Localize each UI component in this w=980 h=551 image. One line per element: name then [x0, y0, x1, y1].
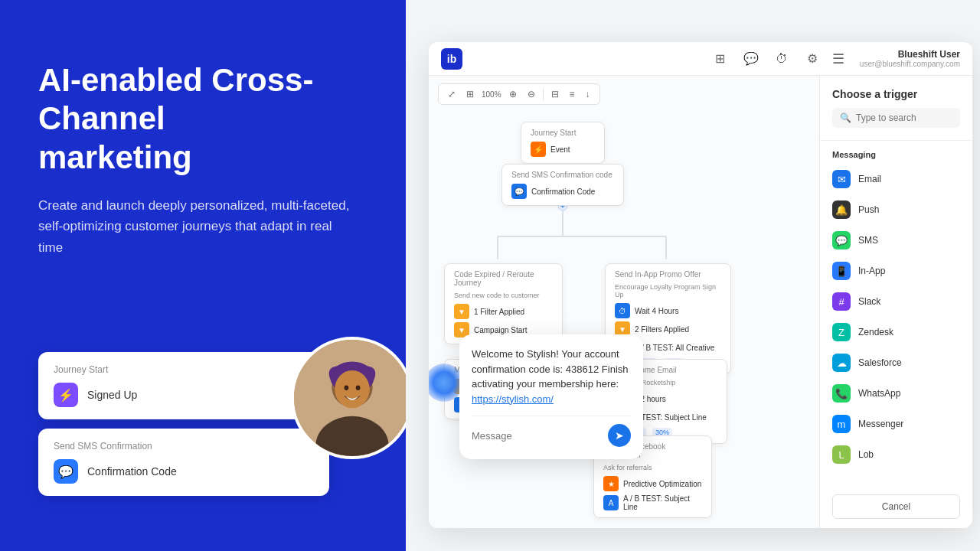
trigger-item-messenger[interactable]: m Messenger — [820, 409, 972, 439]
node-code-expired[interactable]: Code Expired / Reroute Journey Send new … — [444, 263, 563, 344]
zendesk-trigger-icon: Z — [832, 323, 851, 341]
top-nav: ib ⊞ 💬 ⏱ ⚙ ☰ Blueshift User user@blueshi… — [429, 42, 972, 76]
chat-message: Welcome to Stylish! Your account confirm… — [472, 347, 631, 406]
nav-icons: ⊞ 💬 ⏱ ⚙ ☰ Blueshift User user@blueshift.… — [710, 48, 960, 70]
zoom-out-icon[interactable]: ⊖ — [524, 87, 538, 101]
svg-point-6 — [356, 385, 361, 390]
chat-input-row: ➤ — [472, 416, 631, 447]
send-icon: ➤ — [615, 429, 624, 442]
app-window: ib ⊞ 💬 ⏱ ⚙ ☰ Blueshift User user@blueshi… — [429, 42, 972, 528]
whatsapp-trigger-icon: 📞 — [832, 384, 851, 403]
trigger-item-email[interactable]: ✉ Email — [820, 164, 972, 194]
messenger-trigger-icon: m — [832, 415, 851, 433]
campaign-label: Campaign Start — [474, 326, 527, 334]
right-panel: ib ⊞ 💬 ⏱ ⚙ ☰ Blueshift User user@blueshi… — [406, 0, 980, 551]
slack-trigger-icon: # — [832, 292, 851, 311]
facebook-sub: Ask for referrals — [603, 464, 702, 471]
trigger-search-input[interactable] — [856, 112, 952, 123]
trigger-list: ✉ Email 🔔 Push 💬 SMS 📱 In-App — [820, 164, 972, 485]
trigger-title: Choose a trigger — [832, 88, 960, 100]
trigger-search[interactable]: 🔍 — [832, 108, 960, 128]
headline: AI-enabled Cross-Channel marketing — [38, 61, 368, 177]
cancel-button[interactable]: Cancel — [832, 494, 960, 519]
fit-icon[interactable]: ⤢ — [445, 87, 459, 101]
trigger-item-whatsapp[interactable]: 📞 WhatsApp — [820, 378, 972, 409]
chat-icon[interactable]: 💬 — [740, 48, 762, 70]
chat-bubble: Welcome to Stylish! Your account confirm… — [459, 334, 643, 459]
promo-sub: Encourage Loyalty Program Sign Up — [615, 283, 721, 298]
promo-title: Send In-App Promo Offer — [615, 270, 721, 279]
push-trigger-icon: 🔔 — [832, 201, 851, 219]
grid-view-icon[interactable]: ⊟ — [548, 87, 562, 101]
inapp-trigger-label: In-App — [858, 266, 885, 276]
whatsapp-trigger-label: WhatsApp — [858, 388, 900, 399]
filter1-label: 1 Filter Applied — [474, 308, 524, 316]
abtest-label: A / B TEST: All Creative — [635, 344, 714, 352]
slack-trigger-label: Slack — [858, 296, 880, 307]
salesforce-trigger-icon: ☁ — [832, 354, 851, 372]
trigger-panel: Choose a trigger 🔍 Messaging ✉ Email 🔔 P… — [819, 76, 972, 528]
card1-item: ⚡ Signed Up — [54, 383, 314, 407]
wait4h-label: Wait 4 Hours — [635, 307, 678, 315]
inapp-trigger-icon: 📱 — [832, 262, 851, 280]
user-info: Blueshift User user@blueshift.company.co… — [860, 49, 960, 68]
card2-item: 💬 Confirmation Code — [54, 459, 314, 484]
push-trigger-label: Push — [858, 204, 879, 215]
messenger-trigger-label: Messenger — [858, 419, 903, 429]
node-journey-start[interactable]: Journey Start ⚡ Event — [521, 122, 605, 164]
journey-start-title: Journey Start — [531, 129, 595, 137]
card2-label: Confirmation Code — [87, 465, 177, 478]
trigger-item-slack[interactable]: # Slack — [820, 286, 972, 317]
canvas-area[interactable]: ⤢ ⊞ 100% ⊕ ⊖ ⊟ ≡ ↓ — [429, 76, 819, 528]
lob-trigger-icon: L — [832, 445, 851, 464]
menu-icon[interactable]: ☰ — [832, 51, 844, 67]
chat-send-button[interactable]: ➤ — [608, 424, 631, 447]
chat-input[interactable] — [472, 430, 602, 442]
sms-trigger-label: SMS — [858, 235, 878, 246]
trigger-item-salesforce[interactable]: ☁ Salesforce — [820, 347, 972, 378]
svg-point-4 — [335, 370, 370, 408]
zoom-in-icon[interactable]: ⊕ — [506, 87, 520, 101]
description: Create and launch deeply personalized, m… — [38, 195, 360, 258]
wait4h-icon: ⏱ — [615, 303, 630, 318]
list-view-icon[interactable]: ≡ — [567, 87, 578, 101]
email-trigger-label: Email — [858, 174, 881, 184]
user-name: Blueshift User — [860, 49, 960, 60]
svg-point-5 — [345, 385, 349, 390]
zoom-level: 100% — [482, 90, 501, 99]
filter1-icon: ▼ — [454, 304, 469, 319]
trigger-header: Choose a trigger 🔍 — [820, 76, 972, 141]
search-icon: 🔍 — [840, 112, 851, 123]
trigger-item-lob[interactable]: L Lob — [820, 439, 972, 470]
sms-icon: 💬 — [54, 459, 78, 484]
lob-trigger-label: Lob — [858, 449, 874, 460]
clock-icon[interactable]: ⏱ — [771, 48, 792, 70]
card1-label: Signed Up — [87, 389, 137, 401]
sms-node-icon: 💬 — [511, 184, 527, 199]
chat-link[interactable]: https://stylish.com/ — [472, 393, 554, 405]
left-panel: AI-enabled Cross-Channel marketing Creat… — [0, 0, 406, 551]
node-send-sms[interactable]: Send SMS Confirmation code 💬 Confirmatio… — [501, 164, 624, 206]
sms-item: Confirmation Code — [531, 187, 595, 196]
signed-up-icon: ⚡ — [54, 383, 78, 407]
filter2-label: 2 Filters Applied — [635, 325, 689, 334]
trigger-item-sms[interactable]: 💬 SMS — [820, 225, 972, 256]
predictive-label: Predictive Optimization — [623, 480, 701, 488]
ab-subject-icon: A — [603, 495, 619, 510]
nav-logo: ib — [441, 48, 462, 70]
card-journey-start: Journey Start ⚡ Signed Up — [38, 352, 329, 419]
download-icon[interactable]: ↓ — [583, 87, 593, 101]
main-content: ⤢ ⊞ 100% ⊕ ⊖ ⊟ ≡ ↓ — [429, 76, 972, 528]
predictive-icon: ★ — [603, 476, 619, 491]
zendesk-trigger-label: Zendesk — [858, 327, 893, 337]
email-trigger-icon: ✉ — [832, 170, 851, 188]
event-icon: ⚡ — [531, 142, 546, 157]
zoom-icon[interactable]: ⊞ — [463, 87, 477, 101]
grid-icon[interactable]: ⊞ — [710, 48, 731, 70]
settings-icon[interactable]: ⚙ — [802, 48, 823, 70]
journey-cards: Journey Start ⚡ Signed Up Send SMS Confi… — [38, 352, 329, 505]
trigger-item-push[interactable]: 🔔 Push — [820, 194, 972, 225]
card1-title: Journey Start — [54, 364, 314, 375]
trigger-item-zendesk[interactable]: Z Zendesk — [820, 317, 972, 347]
trigger-item-inapp[interactable]: 📱 In-App — [820, 256, 972, 286]
